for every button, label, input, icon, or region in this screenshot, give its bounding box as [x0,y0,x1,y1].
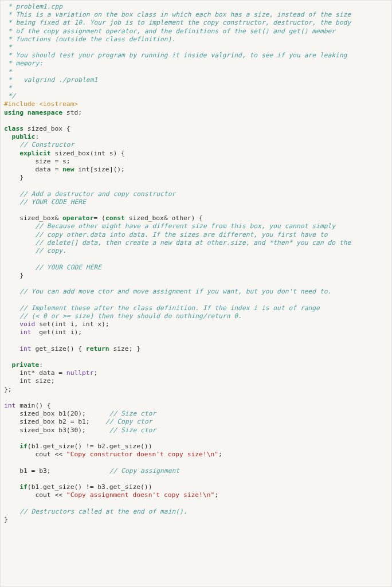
keyword-private: private [12,361,40,369]
semicolon: ; [214,491,218,499]
code-line: sized_box& [19,214,62,222]
code-line: int size; [19,377,54,385]
comment-line: // Copy ctor [105,418,152,425]
code-line: = ( [93,214,105,222]
code-line: sized_box b2 = b1; [19,418,89,425]
comment-line: // Add a destructor and copy constructor [19,190,175,198]
literal-nullptr: nullptr [66,369,94,377]
code-line: sized_box b3(30); [19,426,86,434]
comment-line: // Implement these after the class defin… [19,304,320,312]
class-name: sized_box [28,125,62,132]
close-brace: } [19,174,23,181]
comment-line: // Copy assignment [109,467,179,475]
keyword-explicit: explicit [19,150,50,157]
code-line: cout << [35,451,66,458]
comment-line: * functions (outside the class definitio… [4,36,175,43]
keyword-const: const [105,214,125,222]
keyword-if: if [19,483,28,491]
comment-line: // Size ctor [109,410,156,417]
comment-line: // copy other.data into data. If the siz… [35,231,327,238]
keyword-operator: operator [62,214,93,222]
code-line: get(int i); [32,328,82,336]
semicolon: ; [218,451,222,458]
comment-line: * [4,44,12,51]
main-signature: main() { [15,402,50,409]
comment-line: * memory: [4,60,43,67]
comment-line: // Constructor [19,141,74,148]
code-line: (b1.get_size() != b3.get_size()) [28,483,152,491]
code-line: (b1.get_size() != b2.get_size()) [28,443,152,450]
comment-line: // delete[] data, then create a new data… [35,239,351,246]
comment-line: // Destructors called at the end of main… [19,508,187,515]
code-line: sized_box& other) { [125,214,203,222]
comment-line: * of the copy assignment operator, and t… [4,28,335,35]
string-literal: "Copy assignment doesn't copy size!\n" [66,491,214,499]
comment-line: // Size ctor [109,426,156,434]
source-code: * problem1.cpp * This is a variation on … [4,3,388,524]
code-line: int[size](); [74,166,124,173]
type-int: int [19,345,31,353]
keyword-if: if [19,443,28,450]
keyword-class: class [4,125,23,132]
comment-line: * [4,84,12,92]
comment-line: // YOUR CODE HERE [35,264,101,271]
code-line: get_size() { [32,345,86,353]
keyword-new: new [62,166,74,173]
keyword-namespace: namespace [28,109,62,116]
ctor-signature: sized_box(int s) { [54,150,124,157]
comment-line: // (< 0 or >= size) then they should do … [19,312,242,320]
close-brace: } [4,516,8,523]
type-void: void [19,320,35,328]
comment-line: * problem1.cpp [4,3,62,10]
code-line: size; } [109,345,140,353]
comment-line: * [4,68,12,76]
string-literal: "Copy constructor doesn't copy size!\n" [66,451,218,458]
comment-line: * This is a variation on the box class i… [4,11,351,18]
type-int: int [19,328,31,336]
keyword-return: return [86,345,109,353]
comment-line: // copy. [35,247,66,255]
comment-line: // You can add move ctor and move assign… [19,288,331,295]
code-line: set(int i, int x); [35,320,109,328]
preprocessor-include: #include <iostream> [4,100,78,108]
identifier-std: std [66,109,78,116]
code-line: data = [35,166,62,173]
keyword-public: public [12,133,36,140]
comment-line: * You should test your program by runnin… [4,52,347,59]
keyword-using: using [4,109,23,116]
code-line: cout << [35,491,66,499]
close-brace: } [19,272,23,279]
comment-line: */ [4,92,15,100]
code-viewer: * problem1.cpp * This is a variation on … [0,0,392,587]
code-line: sized_box b1(20); [19,410,86,417]
code-line: int* data = [19,369,66,377]
comment-line: * valgrind ./problem1 [4,76,97,84]
type-int: int [4,402,15,409]
comment-line: * being fixed at 10. Your job is to impl… [4,19,351,26]
code-line: b1 = b3; [19,467,50,475]
code-line: size = s; [35,158,70,165]
comment-line: // Because other might have a different … [35,222,335,230]
comment-line: // YOUR CODE HERE [19,198,86,206]
